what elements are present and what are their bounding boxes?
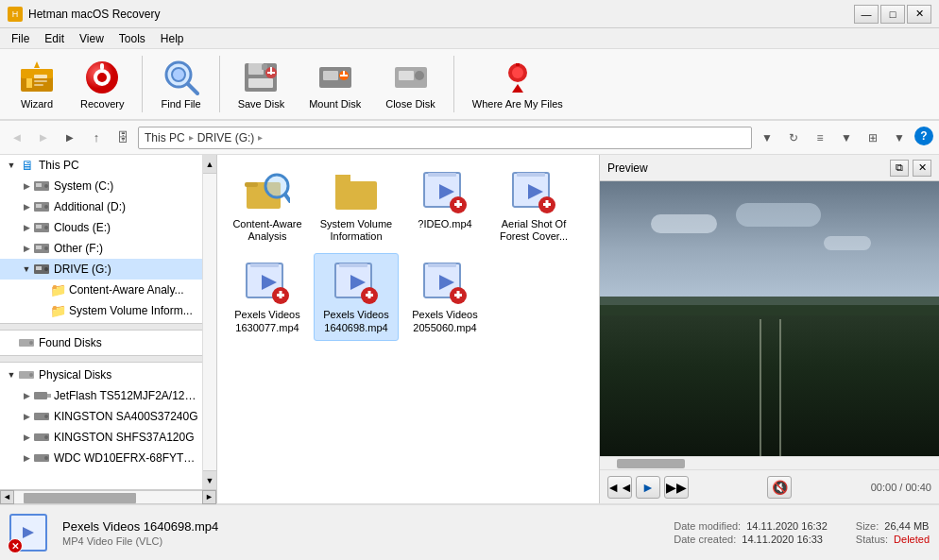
h-scroll-right[interactable]: ► [202,490,216,504]
preview-scrollbar[interactable] [600,456,939,469]
file-item-pexels-2055060[interactable]: Pexels Videos 2055060.mp4 [402,253,487,340]
svg-rect-80 [250,263,279,267]
expand-system-c[interactable]: ▶ [19,178,34,194]
file-item-pexels-1630077[interactable]: Pexels Videos 1630077.mp4 [225,253,310,340]
tree-label-system-volume: System Volume Inform... [69,304,193,317]
file-item-pexels-1640698[interactable]: Pexels Videos 1640698.mp4 [314,253,399,340]
close-disk-label: Close Disk [385,98,435,110]
expand-drive-g[interactable]: ▼ [19,262,34,277]
view-dropdown[interactable]: ▼ [888,127,911,149]
close-button[interactable]: ✕ [907,5,931,24]
save-disk-button[interactable]: Save Disk [228,52,296,116]
help-button[interactable]: ? [914,127,933,145]
app-title: Hetman macOS Recovery [28,8,160,21]
tree-item-additional-d[interactable]: ▶ Additional (D:) [0,196,202,217]
preview-scroll-thumb[interactable] [617,459,685,468]
tree-item-this-pc[interactable]: ▼ 🖥 This PC [0,155,202,176]
mount-disk-label: Mount Disk [309,98,361,110]
forward-button[interactable]: ► [32,127,55,149]
wizard-icon [18,59,56,96]
menu-help[interactable]: Help [153,30,192,47]
tree-item-jetflash[interactable]: ▶ JetFlash TS512MJF2A/120 U... [0,385,202,406]
date-modified-label: Date modified: [674,520,741,532]
svg-rect-17 [248,78,273,88]
save-disk-label: Save Disk [238,98,285,110]
path-segment-drive-g[interactable]: DRIVE (G:) [197,131,255,144]
expand-kingston2[interactable]: ▶ [19,430,34,445]
file-item-ideo[interactable]: ?IDEO.mp4 [402,162,487,249]
expand-jetflash[interactable]: ▶ [19,388,34,403]
mount-disk-button[interactable]: Mount Disk [299,52,371,116]
up-button[interactable]: ↑ [85,127,108,149]
file-name-pexels-2055060: Pexels Videos 2055060.mp4 [407,309,483,333]
tree-scroll-up[interactable]: ▲ [203,155,216,174]
media-prev-button[interactable]: ◄◄ [607,476,632,499]
svg-rect-62 [245,182,258,187]
menu-view[interactable]: View [72,30,111,47]
tree-content: ▼ 🖥 This PC ▶ System (C:) ▶ [0,155,216,468]
file-item-system-volume[interactable]: System Volume Information [314,162,399,249]
menu-edit[interactable]: Edit [37,30,72,47]
expand-additional-d[interactable]: ▶ [19,199,34,214]
find-file-label: Find File [161,98,200,110]
expand-kingston1[interactable]: ▶ [19,409,34,424]
wizard-button[interactable]: Wizard [8,52,66,116]
recovery-button[interactable]: Recovery [70,52,134,116]
tree-item-physical-disks[interactable]: ▼ Physical Disks [0,365,202,385]
file-item-content-aware[interactable]: Content-Aware Analysis [225,162,310,249]
maximize-button[interactable]: □ [880,5,905,24]
media-sound-button[interactable]: 🔇 [767,476,792,499]
where-files-button[interactable]: Where Are My Files [462,52,573,116]
expand-wdc[interactable]: ▶ [19,450,34,466]
refresh-button[interactable]: ↻ [782,127,805,149]
expand-other-f[interactable]: ▶ [19,241,34,256]
address-path[interactable]: This PC ▸ DRIVE (G:) ▸ [138,127,752,149]
path-dropdown-button[interactable]: ▼ [756,127,778,149]
media-buttons: ◄◄ ► ▶▶ [607,476,689,499]
filter-button[interactable]: ≡ [809,127,831,149]
media-next-button[interactable]: ▶▶ [664,476,689,499]
pc-icon: 🖥 [19,158,36,173]
preview-expand-button[interactable]: ⧉ [890,160,909,177]
tree-item-system-volume[interactable]: ▶ 📁 System Volume Inform... [0,300,202,321]
back-button[interactable]: ◄ [6,127,28,149]
forward-button-2[interactable]: ▶ [59,127,81,149]
tree-scrollbar: ▲ ▼ [202,155,216,489]
menu-tools[interactable]: Tools [111,30,153,47]
tree-item-system-c[interactable]: ▶ System (C:) [0,176,202,196]
expand-clouds-e[interactable]: ▶ [19,220,34,235]
menu-file[interactable]: File [4,30,37,47]
filter-dropdown[interactable]: ▼ [835,127,858,149]
svg-rect-84 [280,291,282,298]
view-button[interactable]: ⊞ [862,127,884,149]
expand-this-pc[interactable]: ▼ [4,158,19,173]
tree-item-found-disks[interactable]: ▶ Found Disks [0,332,202,353]
media-play-button[interactable]: ► [636,476,660,499]
tree-item-other-f[interactable]: ▶ Other (F:) [0,238,202,259]
minimize-button[interactable]: — [854,5,879,24]
svg-point-12 [172,68,185,81]
drive-icon-f [34,241,51,256]
file-grid[interactable]: Content-Aware Analysis System Volume Inf… [217,155,599,503]
tree-item-wdc[interactable]: ▶ WDC WD10EFRX-68FYTN0... [0,448,202,468]
expand-physical-disks[interactable]: ▼ [4,367,19,382]
path-segment-this-pc[interactable]: This PC [145,131,185,144]
svg-rect-43 [36,246,42,249]
close-disk-button[interactable]: Close Disk [375,52,446,116]
size-value: 26,44 MB [884,520,929,532]
svg-rect-65 [335,181,377,210]
tree-item-drive-g[interactable]: ▼ DRIVE (G:) [0,259,202,280]
status-filename: Pexels Videos 1640698.mp4 [62,519,658,534]
preview-close-button[interactable]: ✕ [913,160,931,177]
find-file-button[interactable]: Find File [150,52,211,116]
tree-scroll-down[interactable]: ▼ [203,470,216,489]
h-scroll-thumb[interactable] [24,493,136,503]
drive-selector[interactable]: 🗄 [111,127,134,149]
h-scroll-left[interactable]: ◄ [0,490,14,504]
svg-rect-5 [34,84,43,86]
tree-item-clouds-e[interactable]: ▶ Clouds (E:) [0,217,202,238]
tree-item-kingston1[interactable]: ▶ KINGSTON SA400S37240G [0,406,202,427]
file-item-aerial[interactable]: Aerial Shot Of Forest Cover... [491,162,576,249]
tree-item-content-aware[interactable]: ▶ 📁 Content-Aware Analy... [0,280,202,300]
tree-item-kingston2[interactable]: ▶ KINGSTON SHFS37A120G [0,427,202,448]
